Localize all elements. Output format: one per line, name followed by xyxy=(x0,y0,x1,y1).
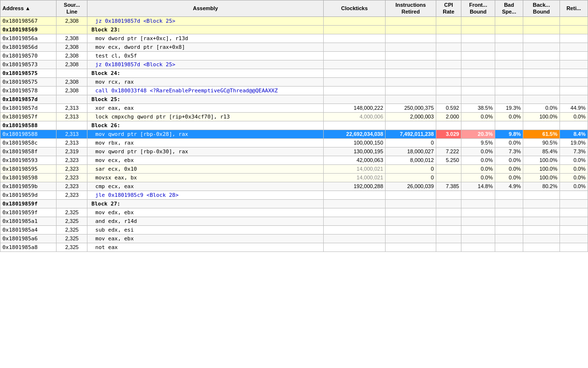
cell-badspec xyxy=(495,60,523,69)
table-row: 0x1801985a82,325not eax xyxy=(0,243,588,251)
cell-instructions: 18,000,027 xyxy=(386,147,436,156)
assembly-table: Address ▲ Sour...Line Assembly Clocktick… xyxy=(0,0,588,252)
cell-back xyxy=(523,51,560,60)
table-row: 0x1801985a42,325sub edx, esi xyxy=(0,225,588,234)
cell-address: 0x1801985a6 xyxy=(0,234,57,243)
col-assembly[interactable]: Assembly xyxy=(87,0,324,17)
cell-front xyxy=(461,43,495,51)
table-row: 0x18019859fBlock 27: xyxy=(0,199,588,208)
cell-cpi xyxy=(436,121,461,130)
cell-badspec xyxy=(495,43,523,51)
cell-instructions xyxy=(386,95,436,103)
cell-instructions xyxy=(386,34,436,43)
cell-clockticks: 14,000,021 xyxy=(324,173,386,182)
cell-clockticks: 100,000,150 xyxy=(324,138,386,147)
cell-assembly[interactable]: call 0x180033f48 <?RareEnablePreemptiveG… xyxy=(87,86,324,95)
cell-assembly[interactable]: jz 0x18019857d <Block 25> xyxy=(87,16,324,25)
cell-reti: 0.0% xyxy=(559,173,588,182)
cell-clockticks xyxy=(324,217,386,225)
cell-back: 90.5% xyxy=(523,138,560,147)
cell-assembly[interactable]: jz 0x18019857d <Block 25> xyxy=(87,60,324,69)
col-cpi[interactable]: CPIRate xyxy=(436,0,461,17)
cell-clockticks: 22,692,034,038 xyxy=(324,130,386,138)
col-back[interactable]: Back...Bound xyxy=(523,0,560,17)
cell-instructions xyxy=(386,25,436,34)
cell-reti xyxy=(559,234,588,243)
cell-cpi xyxy=(436,51,461,60)
table-row: 0x18019856a2,308mov dword ptr [rax+0xc],… xyxy=(0,34,588,43)
cell-assembly: mov edx, ebx xyxy=(87,208,324,217)
col-instructions[interactable]: InstructionsRetired xyxy=(386,0,436,17)
cell-clockticks xyxy=(324,34,386,43)
cell-badspec xyxy=(495,191,523,199)
cell-instructions: 0 xyxy=(386,138,436,147)
cell-assembly: mov rcx, rax xyxy=(87,77,324,86)
cell-back: 85.4% xyxy=(523,147,560,156)
cell-clockticks: 130,000,195 xyxy=(324,147,386,156)
cell-back xyxy=(523,16,560,25)
cell-source xyxy=(57,25,87,34)
cell-back: 0.0% xyxy=(523,103,560,112)
cell-instructions xyxy=(386,86,436,95)
cell-assembly: cmp ecx, eax xyxy=(87,182,324,191)
cell-address: 0x180198578 xyxy=(0,86,57,95)
table-row: 0x1801985732,308jz 0x18019857d <Block 25… xyxy=(0,60,588,69)
cell-address: 0x18019859f xyxy=(0,199,57,208)
cell-cpi xyxy=(436,60,461,69)
col-clockticks[interactable]: Clockticks xyxy=(324,0,386,17)
cell-cpi xyxy=(436,164,461,173)
cell-assembly: mov ecx, dword ptr [rax+0x8] xyxy=(87,43,324,51)
table-row: 0x1801985702,308test cl, 0x5f xyxy=(0,51,588,60)
col-reti[interactable]: Reti... xyxy=(559,0,588,17)
cell-assembly[interactable]: jle 0x1801985c9 <Block 28> xyxy=(87,191,324,199)
col-address[interactable]: Address ▲ xyxy=(0,0,57,17)
cell-back: 61.5% xyxy=(523,130,560,138)
cell-back: 100.0% xyxy=(523,164,560,173)
cell-source xyxy=(57,199,87,208)
cell-address: 0x180198569 xyxy=(0,25,57,34)
cell-instructions xyxy=(386,51,436,60)
cell-reti: 0.0% xyxy=(559,112,588,121)
cell-cpi: 7.385 xyxy=(436,182,461,191)
cell-front xyxy=(461,243,495,251)
cell-reti xyxy=(559,199,588,208)
cell-instructions: 26,000,039 xyxy=(386,182,436,191)
cell-front xyxy=(461,60,495,69)
cell-front: 0.0% xyxy=(461,156,495,164)
cell-assembly: test cl, 0x5f xyxy=(87,51,324,60)
cell-back xyxy=(523,225,560,234)
cell-assembly: sar ecx, 0x10 xyxy=(87,164,324,173)
cell-address: 0x18019858f xyxy=(0,147,57,156)
cell-clockticks xyxy=(324,51,386,60)
cell-source: 2,313 xyxy=(57,138,87,147)
cell-badspec: 7.3% xyxy=(495,147,523,156)
cell-instructions xyxy=(386,43,436,51)
cell-address: 0x18019858c xyxy=(0,138,57,147)
col-badspec[interactable]: BadSpe... xyxy=(495,0,523,17)
cell-cpi xyxy=(436,217,461,225)
cell-assembly: mov qword ptr [rbp-0x30], rax xyxy=(87,147,324,156)
cell-address: 0x1801985a8 xyxy=(0,243,57,251)
cell-back xyxy=(523,234,560,243)
cell-instructions xyxy=(386,234,436,243)
cell-reti xyxy=(559,25,588,34)
cell-assembly: xor eax, eax xyxy=(87,103,324,112)
cell-address: 0x180198588 xyxy=(0,121,57,130)
cell-instructions xyxy=(386,77,436,86)
cell-instructions xyxy=(386,121,436,130)
col-front[interactable]: Front...Bound xyxy=(461,0,495,17)
cell-reti xyxy=(559,95,588,103)
cell-instructions: 0 xyxy=(386,173,436,182)
cell-reti xyxy=(559,225,588,234)
table-row: 0x1801985932,323mov ecx, ebx42,000,0638,… xyxy=(0,156,588,164)
cell-source: 2,313 xyxy=(57,103,87,112)
cell-instructions xyxy=(386,225,436,234)
cell-clockticks xyxy=(324,121,386,130)
table-row: 0x180198569Block 23: xyxy=(0,25,588,34)
cell-source: 2,323 xyxy=(57,173,87,182)
cell-source: 2,325 xyxy=(57,217,87,225)
cell-address: 0x180198598 xyxy=(0,173,57,182)
col-source[interactable]: Sour...Line xyxy=(57,0,87,17)
table-row: 0x18019859b2,323cmp ecx, eax192,000,2882… xyxy=(0,182,588,191)
cell-cpi: 5.250 xyxy=(436,156,461,164)
